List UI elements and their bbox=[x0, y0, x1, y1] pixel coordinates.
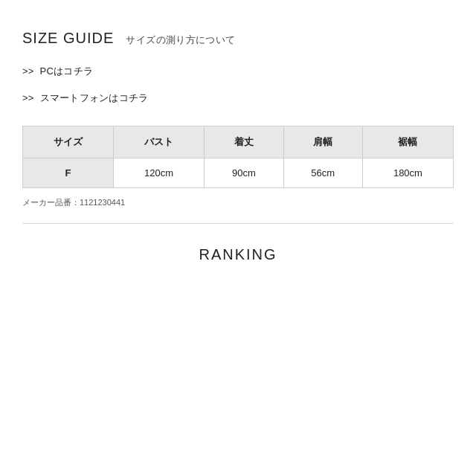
pc-link-item[interactable]: >> PCはコチラ bbox=[22, 65, 454, 78]
size-table-head: サイズ バスト 着丈 肩幅 裾幅 bbox=[23, 126, 454, 158]
header-shoulder: 肩幅 bbox=[283, 126, 362, 158]
section-divider bbox=[22, 223, 454, 224]
header-hem: 裾幅 bbox=[362, 126, 453, 158]
size-guide-title: SIZE GUIDE bbox=[22, 30, 114, 47]
cell-shoulder: 56cm bbox=[283, 158, 362, 188]
size-guide-header: SIZE GUIDE サイズの測り方について bbox=[22, 30, 454, 47]
manufacturer-number: メーカー品番：1121230441 bbox=[22, 197, 454, 208]
table-row: F 120cm 90cm 56cm 180cm bbox=[23, 158, 454, 188]
header-length: 着丈 bbox=[205, 126, 283, 158]
pc-link-text[interactable]: PCはコチラ bbox=[40, 65, 94, 77]
cell-bust: 120cm bbox=[114, 158, 205, 188]
size-table-body: F 120cm 90cm 56cm 180cm bbox=[23, 158, 454, 188]
cell-length: 90cm bbox=[205, 158, 283, 188]
header-bust: バスト bbox=[114, 126, 205, 158]
smartphone-link-arrow: >> bbox=[22, 92, 34, 103]
cell-size: F bbox=[23, 158, 114, 188]
cell-hem: 180cm bbox=[362, 158, 453, 188]
size-table-header-row: サイズ バスト 着丈 肩幅 裾幅 bbox=[23, 126, 454, 158]
header-size: サイズ bbox=[23, 126, 114, 158]
ranking-title: RANKING bbox=[199, 246, 277, 263]
smartphone-link-text[interactable]: スマートフォンはコチラ bbox=[40, 92, 149, 103]
size-table: サイズ バスト 着丈 肩幅 裾幅 F 120cm 90cm 56cm 180cm bbox=[22, 126, 454, 188]
ranking-section: RANKING bbox=[22, 246, 454, 278]
page-container: SIZE GUIDE サイズの測り方について >> PCはコチラ >> スマート… bbox=[0, 0, 476, 300]
size-table-section: サイズ バスト 着丈 肩幅 裾幅 F 120cm 90cm 56cm 180cm bbox=[22, 126, 454, 188]
smartphone-link-item[interactable]: >> スマートフォンはコチラ bbox=[22, 91, 454, 105]
pc-link-arrow: >> bbox=[22, 65, 34, 77]
size-guide-subtitle: サイズの測り方について bbox=[126, 33, 235, 47]
